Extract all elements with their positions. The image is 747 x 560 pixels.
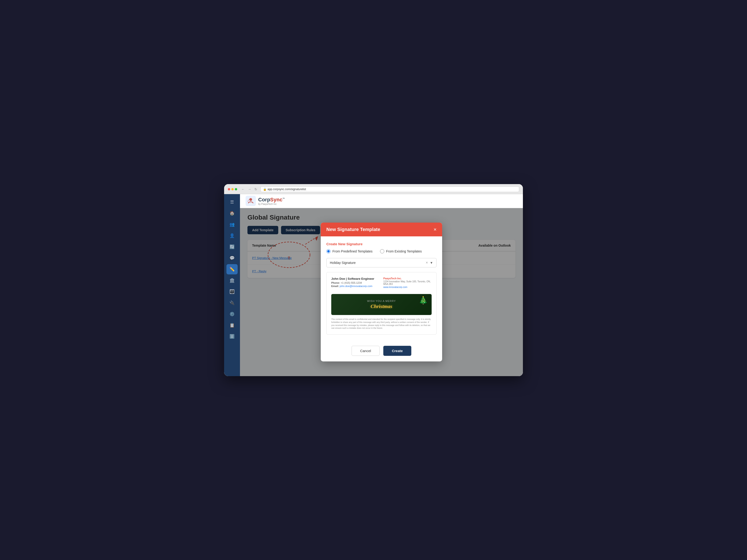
fullscreen-dot[interactable] <box>235 188 237 190</box>
sidebar-item-home[interactable]: 🏠 <box>227 208 238 218</box>
template-dropdown[interactable]: Holiday Signature × ▼ <box>326 258 437 267</box>
radio-existing[interactable]: From Existing Templates <box>380 249 422 254</box>
sig-phone: Phone: +1 (415) 555-1234 <box>331 282 380 284</box>
sidebar-item-menu[interactable]: ☰ <box>227 197 238 207</box>
sidebar-item-signatures[interactable]: ✏️ <box>227 264 238 274</box>
radio-predefined[interactable]: From Predefined Templates <box>326 249 372 254</box>
radio-group: From Predefined Templates From Existing … <box>326 249 437 254</box>
sidebar-item-reports[interactable]: 📋 <box>227 320 238 330</box>
template-dropdown-container: Holiday Signature × ▼ <box>326 258 437 267</box>
logo-text: CorpSync™ by PaayaTech Inc <box>258 197 285 205</box>
sig-website: www.innovatacorp.com <box>383 286 432 288</box>
create-button[interactable]: Create <box>383 346 411 356</box>
users-icon: 👥 <box>229 222 235 227</box>
menu-icon: ☰ <box>230 199 234 205</box>
info-icon: ℹ️ <box>229 334 235 339</box>
sig-name: John Doe | Software Engineer <box>331 277 380 281</box>
sig-left: John Doe | Software Engineer Phone: +1 (… <box>331 277 380 291</box>
logo-subtitle: by PaayaTech Inc <box>258 203 285 205</box>
sig-address: 1234 Innovation Way, Suite 100, Toronto,… <box>383 280 432 285</box>
sig-email: Email: john.doe@innovatacorp.com <box>331 285 380 288</box>
main-content: CorpSync™ by PaayaTech Inc Global Signat… <box>240 194 523 376</box>
signatures-icon: ✏️ <box>229 267 235 272</box>
sms-icon: 💬 <box>229 256 235 261</box>
browser-dots <box>228 188 237 190</box>
logo-area: CorpSync™ by PaayaTech Inc <box>246 196 285 206</box>
sidebar-item-bank[interactable]: 🏛️ <box>227 275 238 286</box>
browser-nav: ← → ↻ <box>240 187 258 192</box>
signature-preview: John Doe | Software Engineer Phone: +1 (… <box>326 272 437 335</box>
cancel-button[interactable]: Cancel <box>352 346 380 356</box>
modal-body: Create New Signature From Predefined Tem… <box>321 236 442 346</box>
radio-existing-input[interactable] <box>380 249 384 254</box>
settings-icon: ⚙️ <box>229 312 235 317</box>
radio-predefined-input[interactable] <box>326 249 331 254</box>
radio-existing-label: From Existing Templates <box>386 249 422 253</box>
bank-icon: 🏛️ <box>229 278 235 283</box>
integrations-icon: 🔌 <box>229 300 235 305</box>
section-title: Create New Signature <box>326 242 437 246</box>
sidebar-item-sms[interactable]: 💬 <box>227 253 238 263</box>
close-dot[interactable] <box>228 188 230 190</box>
home-icon: 🏠 <box>229 211 235 216</box>
sidebar-item-integrations[interactable]: 🔌 <box>227 298 238 308</box>
logo-icon <box>246 196 256 206</box>
sidebar-item-info[interactable]: ℹ️ <box>227 331 238 342</box>
modal-header: New Signature Template × <box>321 222 442 236</box>
forward-button[interactable]: → <box>247 187 252 192</box>
sig-columns: John Doe | Software Engineer Phone: +1 (… <box>331 277 432 291</box>
sidebar-item-sync[interactable]: 🔄 <box>227 242 238 252</box>
modal-title: New Signature Template <box>326 227 380 232</box>
christmas-script: Christmas <box>335 303 428 310</box>
radio-predefined-label: From Predefined Templates <box>332 249 372 253</box>
modal-overlay: New Signature Template × Create New Sign… <box>240 208 523 376</box>
minimize-dot[interactable] <box>231 188 234 190</box>
page-area: Global Signature Add Template Subscripti… <box>240 208 523 376</box>
sidebar-item-settings[interactable]: ⚙️ <box>227 309 238 319</box>
christmas-banner: Wish You a Merry Christmas 🎄 <box>331 294 432 315</box>
address-bar[interactable]: 🔒 app.corpsync.com/signaturelist <box>260 186 519 192</box>
sig-disclaimer: The content of this email is confidentia… <box>331 318 432 329</box>
browser-chrome: ← → ↻ 🔒 app.corpsync.com/signaturelist <box>224 184 523 194</box>
top-bar: CorpSync™ by PaayaTech Inc <box>240 194 523 208</box>
back-button[interactable]: ← <box>240 187 246 192</box>
sig-right: PaayaTech Inc. 1234 Innovation Way, Suit… <box>383 277 432 291</box>
modal-close-button[interactable]: × <box>434 227 437 232</box>
reports-icon: 📋 <box>229 323 235 328</box>
chevron-down-icon[interactable]: ▼ <box>430 261 433 265</box>
address-text: app.corpsync.com/signaturelist <box>267 188 306 191</box>
modal-footer: Cancel Create <box>321 346 442 362</box>
dropdown-value: Holiday Signature <box>330 261 426 265</box>
christmas-greeting: Wish You a Merry <box>335 300 428 302</box>
sidebar-item-groups[interactable]: 👨‍👩‍👧 <box>227 287 238 297</box>
sidebar-item-contacts[interactable]: 👤 <box>227 231 238 241</box>
ornament-icon: 🎄 <box>418 296 428 305</box>
groups-icon: 👨‍👩‍👧 <box>229 289 235 294</box>
logo-brand: CorpSync™ <box>258 197 285 203</box>
sig-company: PaayaTech Inc. <box>383 277 432 280</box>
svg-point-0 <box>249 198 252 201</box>
sidebar: ☰ 🏠 👥 👤 🔄 💬 ✏️ 🏛️ <box>224 194 240 376</box>
dropdown-clear-icon[interactable]: × <box>426 261 428 265</box>
reload-button[interactable]: ↻ <box>254 187 258 192</box>
address-lock-icon: 🔒 <box>263 188 266 191</box>
contacts-icon: 👤 <box>229 233 235 238</box>
sync-icon: 🔄 <box>229 244 235 249</box>
sidebar-item-users[interactable]: 👥 <box>227 219 238 230</box>
new-signature-modal: New Signature Template × Create New Sign… <box>321 222 442 361</box>
